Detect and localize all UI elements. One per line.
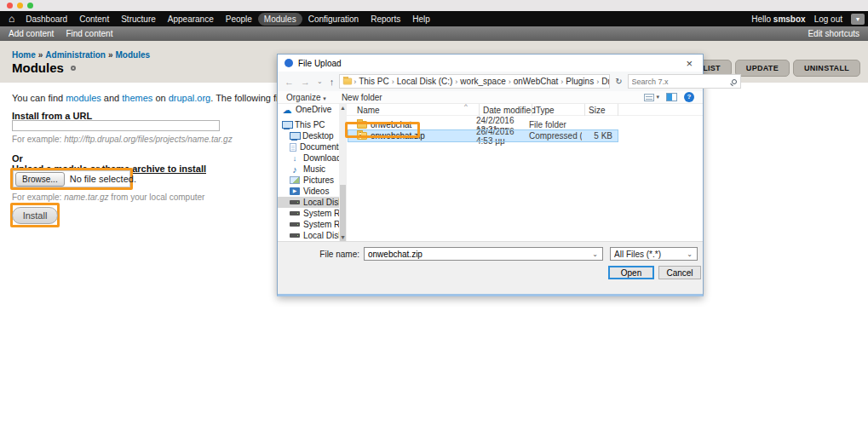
back-icon[interactable]: ←: [283, 77, 296, 87]
search-box[interactable]: [628, 74, 741, 89]
modules-link[interactable]: modules: [66, 93, 101, 103]
file-upload-field: Browse... No file selected.: [13, 170, 130, 187]
refresh-icon[interactable]: ↻: [613, 77, 624, 86]
zoom-window-icon[interactable]: [27, 3, 33, 9]
crumb-drupal[interactable]: Drupal: [600, 77, 610, 86]
screen: ⌂ Dashboard Content Structure Appearance…: [0, 0, 868, 431]
toolbar-item-people[interactable]: People: [220, 13, 258, 26]
toolbar-item-structure[interactable]: Structure: [115, 13, 162, 26]
chevron-down-icon: ⌄: [682, 250, 697, 258]
column-date-modified[interactable]: Date modified: [483, 106, 536, 115]
logout-link[interactable]: Log out: [814, 14, 842, 24]
crumb-local-disk-c[interactable]: Local Disk (C:): [395, 77, 455, 86]
sidebar-item-desktop[interactable]: Desktop: [278, 130, 339, 141]
crumb-this-pc[interactable]: This PC: [357, 77, 391, 86]
shortcut-bar: Add content Find content Edit shortcuts: [0, 26, 868, 41]
column-headers: ^ Name Date modified Type Size: [347, 104, 703, 116]
caret-down-icon[interactable]: ▾: [656, 94, 659, 101]
zip-highlight-box: [345, 122, 420, 138]
sidebar-item-local-disk-c[interactable]: Local Disk (C:): [278, 197, 339, 208]
scroll-up-icon[interactable]: ▲: [339, 104, 347, 112]
folder-icon: [343, 78, 352, 85]
sidebar-item-local-disk-f[interactable]: Local Disk (F:): [278, 230, 339, 241]
crumb-onwebchat[interactable]: onWebChat: [512, 77, 560, 86]
dialog-titlebar[interactable]: File Upload ×: [278, 55, 703, 72]
sidebar-item-downloads[interactable]: ↓Downloads: [278, 152, 339, 164]
sidebar-item-onedrive[interactable]: ☁OneDrive: [278, 104, 339, 115]
this-pc-icon: [282, 121, 291, 129]
file-name-input[interactable]: [365, 250, 588, 259]
open-button[interactable]: Open: [608, 266, 654, 279]
home-icon[interactable]: ⌂: [3, 13, 20, 25]
minimize-window-icon[interactable]: [17, 3, 23, 9]
edit-shortcuts-link[interactable]: Edit shortcuts: [808, 29, 859, 38]
sidebar-item-documents[interactable]: Documents: [278, 141, 339, 152]
dialog-command-bar: Organize ▾ New folder ▾ ?: [278, 91, 703, 104]
username: smsbox: [773, 14, 806, 24]
file-name-label: File name:: [278, 250, 359, 259]
search-icon[interactable]: [732, 79, 737, 84]
toolbar-item-help[interactable]: Help: [406, 13, 436, 26]
column-name[interactable]: Name: [357, 106, 380, 115]
sidebar-item-this-pc[interactable]: This PC: [278, 119, 339, 130]
drupal-org-link[interactable]: drupal.org: [169, 93, 211, 103]
column-type[interactable]: Type: [536, 106, 555, 115]
chevron-down-icon[interactable]: ⌄: [588, 250, 602, 258]
scroll-down-icon[interactable]: ▼: [339, 233, 347, 241]
column-size[interactable]: Size: [589, 106, 605, 115]
sidebar-item-system-reserved-1[interactable]: System Reserved: [278, 208, 339, 219]
crumb-plugins[interactable]: Plugins: [564, 77, 595, 86]
details-view-icon[interactable]: [644, 94, 654, 101]
dialog-main-area: ☁OneDrive This PC Desktop Documents ↓Dow…: [278, 104, 703, 241]
crumb-work-space[interactable]: work_space: [458, 77, 507, 86]
help-icon[interactable]: ?: [684, 92, 694, 102]
sidebar-item-system-reserved-2[interactable]: System Reserved: [278, 219, 339, 230]
forward-icon[interactable]: →: [299, 77, 312, 87]
drive-icon: [290, 211, 300, 216]
browse-button[interactable]: Browse...: [15, 172, 65, 187]
toolbar-item-modules[interactable]: Modules: [258, 13, 302, 26]
organize-menu[interactable]: Organize ▾: [286, 93, 326, 102]
dialog-title: File Upload: [298, 59, 342, 68]
preview-pane-icon[interactable]: [666, 93, 677, 101]
drive-icon: [290, 222, 300, 227]
tab-update[interactable]: UPDATE: [735, 60, 790, 77]
close-icon[interactable]: ×: [682, 57, 696, 70]
tab-uninstall[interactable]: UNINSTALL: [793, 60, 860, 77]
sidebar-item-videos[interactable]: ▶Videos: [278, 186, 339, 197]
shortcut-find-content[interactable]: Find content: [66, 29, 112, 38]
file-type-select[interactable]: All Files (*.*) ⌄: [610, 247, 698, 261]
dialog-sidebar: ☁OneDrive This PC Desktop Documents ↓Dow…: [278, 104, 339, 241]
toolbar-item-reports[interactable]: Reports: [365, 13, 406, 26]
music-icon: ♪: [290, 165, 300, 174]
up-icon[interactable]: ↑: [328, 77, 336, 87]
toolbar-item-dashboard[interactable]: Dashboard: [20, 13, 73, 26]
toolbar-item-content[interactable]: Content: [73, 13, 115, 26]
add-shortcut-icon[interactable]: [71, 66, 76, 71]
shortcut-add-content[interactable]: Add content: [9, 29, 54, 38]
breadcrumb-administration[interactable]: Administration: [45, 50, 106, 60]
desktop-icon: [290, 132, 299, 141]
toolbar-toggle-button[interactable]: ▾: [851, 14, 865, 25]
toolbar-item-appearance[interactable]: Appearance: [162, 13, 220, 26]
sidebar-item-pictures[interactable]: Pictures: [278, 175, 339, 186]
close-window-icon[interactable]: [7, 3, 13, 9]
url-input[interactable]: [12, 120, 220, 131]
sidebar-item-music[interactable]: ♪Music: [278, 164, 339, 175]
themes-link[interactable]: themes: [122, 93, 152, 103]
search-input[interactable]: [632, 78, 732, 86]
install-button[interactable]: Install: [12, 207, 59, 224]
breadcrumb-modules[interactable]: Modules: [115, 50, 150, 60]
caret-down-icon: ▾: [323, 95, 326, 101]
pictures-icon: [290, 176, 300, 184]
cancel-button[interactable]: Cancel: [658, 266, 701, 279]
user-greeting: Hello smsbox: [751, 14, 805, 24]
breadcrumb-home[interactable]: Home: [12, 50, 36, 60]
recent-locations-icon[interactable]: ⌄: [315, 78, 325, 85]
address-bar[interactable]: › This PC › Local Disk (C:) › work_space…: [339, 74, 610, 89]
new-folder-button[interactable]: New folder: [342, 93, 382, 102]
upload-example-text: For example: name.tar.gz from your local…: [12, 193, 204, 202]
caret-down-icon: ▾: [856, 15, 859, 23]
toolbar-item-configuration[interactable]: Configuration: [302, 13, 365, 26]
install-highlight-box: Install: [10, 203, 60, 227]
